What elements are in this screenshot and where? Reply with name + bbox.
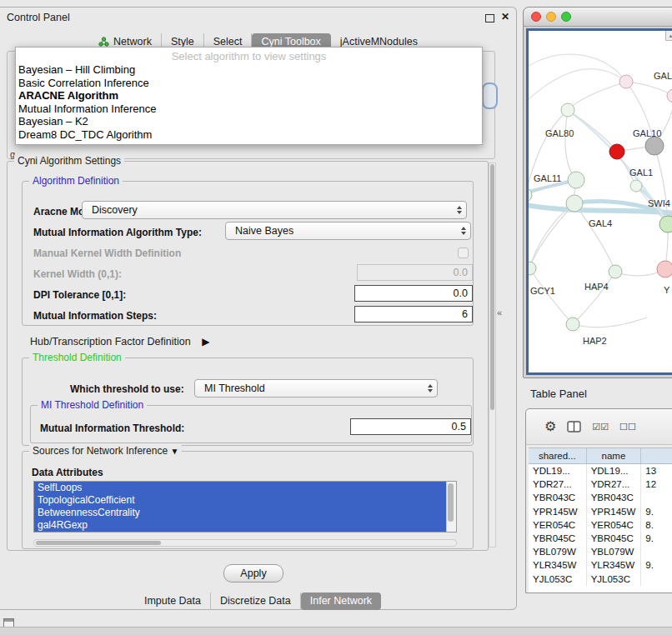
node-label: GAL80 <box>545 128 574 138</box>
network-node[interactable] <box>561 103 574 117</box>
table-cell: 9. <box>641 558 672 572</box>
algorithm-option-aracne-algorithm[interactable]: ARACNE Algorithm <box>16 89 482 102</box>
scrollbar-thumb[interactable] <box>448 483 454 522</box>
which-threshold-select[interactable]: MI Threshold <box>194 379 438 398</box>
clear-all-checkboxes-icon[interactable]: ☐☐ <box>619 422 636 432</box>
algorithm-option-bayesian-k2[interactable]: Bayesian – K2 <box>16 115 482 128</box>
mi-steps-label: Mutual Information Steps: <box>33 310 157 322</box>
network-icon <box>98 37 109 47</box>
sources-title[interactable]: Sources for Network Inference ▼ <box>29 445 182 457</box>
table-row[interactable]: YDR27...YDR27...12 <box>529 478 672 491</box>
mi-steps-input[interactable]: 6 <box>354 306 473 322</box>
network-node[interactable] <box>609 144 624 159</box>
network-window-titlebar[interactable] <box>524 8 672 27</box>
network-edge <box>573 272 615 324</box>
minimize-light-icon[interactable] <box>546 12 556 22</box>
scrollbar-thumb[interactable] <box>36 541 161 545</box>
network-node[interactable] <box>659 216 672 232</box>
network-node[interactable] <box>630 180 642 192</box>
splitter-handle-icon[interactable]: « <box>497 308 502 318</box>
column-header[interactable]: name <box>587 448 642 463</box>
control-panel-window: Control Panel ✕ NetworkStyleSelectCyni T… <box>0 7 517 610</box>
tab-label: Cyni Toolbox <box>261 36 320 48</box>
mi-type-label: Mutual Information Algorithm Type: <box>33 227 202 238</box>
mi-threshold-group-title: MI Threshold Definition <box>38 399 147 411</box>
close-light-icon[interactable] <box>531 12 541 22</box>
float-window-icon[interactable] <box>485 14 494 22</box>
table-row[interactable]: YDL19...YDL19...13 <box>529 464 672 478</box>
algorithm-option-bayesian-hill-climbing[interactable]: Bayesian – Hill Climbing <box>16 63 482 77</box>
network-node[interactable] <box>568 172 584 188</box>
table-cell: 13 <box>641 464 672 478</box>
table-row[interactable]: YPR145WYPR145W9. <box>529 505 672 518</box>
bottom-tab-discretize-data[interactable]: Discretize Data <box>211 592 301 610</box>
network-node[interactable] <box>529 262 536 275</box>
network-view-window: GAL80GAL10GAL11GAL1SWI4GAL4GCY1HAP4HAP2G… <box>523 7 672 378</box>
zoom-light-icon[interactable] <box>561 12 571 22</box>
attribute-item-betweennesscentrality[interactable]: BetweennessCentrality <box>34 507 456 519</box>
table-row[interactable]: YJL053CYJL053C <box>529 572 672 586</box>
dpi-tolerance-input[interactable]: 0.0 <box>354 285 473 302</box>
list-hscrollbar[interactable] <box>33 539 457 547</box>
dpi-tolerance-label: DPI Tolerance [0,1]: <box>33 289 126 301</box>
table-row[interactable]: YER054CYER054C8. <box>529 518 672 532</box>
gear-icon[interactable]: ⚙ <box>544 420 556 433</box>
bottom-tab-infer-network[interactable]: Infer Network <box>301 592 381 610</box>
aracne-mode-select[interactable]: Discovery <box>82 201 467 219</box>
bottom-bar <box>0 627 672 635</box>
table-row[interactable]: YBR045CYBR045C9. <box>529 532 672 545</box>
network-node[interactable] <box>566 318 579 331</box>
which-threshold-label: Which threshold to use: <box>70 383 184 395</box>
table-cell: 8. <box>641 518 672 532</box>
data-attributes-list[interactable]: SelfLoopsTopologicalCoefficientBetweenne… <box>33 481 457 532</box>
attribute-item-gal4rgexp[interactable]: gal4RGexp <box>34 519 456 532</box>
algorithm-option-mutual-information-inference[interactable]: Mutual Information Inference <box>16 102 482 116</box>
scrollbar-thumb[interactable] <box>490 164 494 410</box>
network-node[interactable] <box>657 261 672 278</box>
screen: Control Panel ✕ NetworkStyleSelectCyni T… <box>0 0 672 635</box>
table-cell <box>641 572 672 586</box>
close-icon[interactable]: ✕ <box>501 11 509 22</box>
hub-section-toggle[interactable]: Hub/Transcription Factor Definition ▶ <box>30 336 209 348</box>
list-scrollbar[interactable] <box>446 482 456 532</box>
table-row[interactable]: YBR043CYBR043C <box>529 491 672 504</box>
table-cell: YDR27... <box>529 478 587 491</box>
network-canvas[interactable]: GAL80GAL10GAL11GAL1SWI4GAL4GCY1HAP4HAP2G… <box>526 28 672 375</box>
apply-button[interactable]: Apply <box>223 564 283 582</box>
table-cell: YER054C <box>529 518 587 532</box>
attribute-item-selfloops[interactable]: SelfLoops <box>34 482 456 494</box>
network-node[interactable] <box>609 265 622 278</box>
column-header[interactable]: shared... <box>529 448 587 463</box>
attribute-item-topologicalcoefficient[interactable]: TopologicalCoefficient <box>34 494 456 507</box>
table-panel-title: Table Panel <box>530 388 587 400</box>
select-all-checkboxes-icon[interactable]: ☑☑ <box>592 422 609 432</box>
scroll-up-icon[interactable]: ▲ <box>665 31 672 41</box>
table-row[interactable]: YLR345WYLR345W9. <box>529 558 672 572</box>
collapse-arrow-icon: ▶ <box>202 336 209 348</box>
table-cell: YLR345W <box>529 558 587 572</box>
network-edge <box>529 54 626 82</box>
mi-type-value: Naive Bayes <box>235 225 293 237</box>
algorithm-option-basic-correlation-inference[interactable]: Basic Correlation Inference <box>16 77 482 90</box>
network-edge <box>626 82 672 96</box>
network-node[interactable] <box>667 89 672 102</box>
network-edge <box>529 68 626 99</box>
table-row[interactable]: YBL079WYBL079W <box>529 545 672 558</box>
tab-label: Select <box>213 36 243 48</box>
which-threshold-value: MI Threshold <box>204 382 265 394</box>
network-node[interactable] <box>619 75 633 88</box>
aracne-mode-value: Discovery <box>92 204 138 216</box>
mi-threshold-input[interactable]: 0.5 <box>350 418 471 435</box>
column-header[interactable] <box>641 448 672 463</box>
table-cell: YPR145W <box>587 505 642 518</box>
attr-items: SelfLoopsTopologicalCoefficientBetweenne… <box>34 482 456 532</box>
algorithm-option-dream8-dc-tdc-algorithm[interactable]: Dream8 DC_TDC Algorithm <box>16 128 482 142</box>
network-node[interactable] <box>645 137 664 155</box>
table-cell: YJL053C <box>587 572 642 586</box>
mi-type-select[interactable]: Naive Bayes <box>225 222 471 240</box>
column-manager-icon[interactable] <box>567 421 581 432</box>
network-node[interactable] <box>566 195 583 212</box>
settings-scrollbar[interactable] <box>489 162 496 548</box>
bottom-tab-impute-data[interactable]: Impute Data <box>135 592 211 610</box>
table-cell: 9. <box>641 505 672 518</box>
